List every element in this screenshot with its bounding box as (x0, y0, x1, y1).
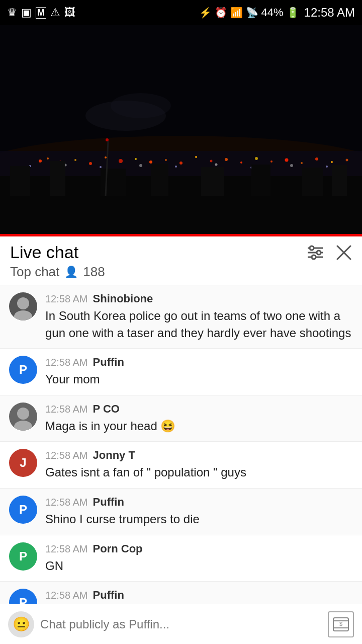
svg-point-33 (326, 166, 328, 168)
video-progress-bar[interactable] (0, 234, 362, 236)
battery-percent: 44% (261, 6, 284, 19)
video-player[interactable] (0, 25, 362, 236)
emoji-icon: 😐 (13, 616, 30, 632)
message-content-3: 12:58 AM P CO Maga is in your head 😆 (45, 403, 353, 435)
svg-point-48 (310, 246, 314, 250)
svg-point-46 (106, 138, 109, 141)
status-bar: ♛ ▣ M ⚠ 🖼 ⚡ ⏰ 📶 📡 44% 🔋 12:58 AM (0, 0, 362, 25)
avatar-5: P (9, 496, 37, 524)
message-time-7: 12:58 AM (45, 590, 88, 601)
message-author-6: Porn Cop (93, 542, 143, 555)
svg-point-9 (119, 159, 123, 163)
chat-message-6: P 12:58 AM Porn Cop GN (0, 535, 362, 582)
message-content-1: 12:58 AM Shinobione In South Korea polic… (45, 292, 353, 341)
svg-point-6 (74, 159, 76, 161)
svg-point-3 (39, 159, 42, 163)
message-content-5: 12:58 AM Puffin Shino I curse trumpers t… (45, 496, 353, 528)
live-chat-title: Live chat (10, 243, 78, 262)
status-left-icons: ♛ ▣ M ⚠ 🖼 (7, 6, 75, 19)
chat-message-5: P 12:58 AM Puffin Shino I curse trumpers… (0, 489, 362, 535)
svg-point-55 (17, 297, 29, 309)
crown-icon: ♛ (7, 6, 17, 19)
svg-point-58 (14, 421, 32, 431)
svg-point-50 (317, 251, 321, 255)
svg-point-17 (240, 162, 242, 164)
night-scene-svg (0, 25, 362, 236)
alarm-icon: ⏰ (215, 7, 227, 19)
svg-rect-38 (151, 164, 168, 196)
message-author-4: Jonny T (93, 449, 135, 462)
message-meta-2: 12:58 AM Puffin (45, 356, 353, 369)
message-author-5: Puffin (93, 496, 124, 509)
warning-icon: ⚠ (50, 6, 60, 19)
signal-icon: 📡 (246, 7, 258, 19)
message-text-4: Gates isnt a fan of " population " guys (45, 464, 353, 481)
filter-icon[interactable] (307, 245, 324, 260)
svg-point-4 (47, 157, 49, 159)
svg-point-22 (315, 157, 318, 160)
message-meta-3: 12:58 AM P CO (45, 403, 353, 416)
message-author-2: Puffin (93, 356, 124, 369)
svg-point-8 (105, 156, 107, 158)
svg-point-11 (149, 160, 152, 164)
chat-text-input[interactable] (40, 611, 322, 637)
viewer-count: 188 (83, 264, 105, 280)
svg-point-44 (111, 93, 171, 118)
svg-point-7 (89, 162, 92, 165)
svg-point-20 (285, 158, 289, 162)
message-text-3: Maga is in your head 😆 (45, 418, 353, 435)
svg-point-23 (331, 161, 333, 163)
status-right-icons: ⚡ ⏰ 📶 📡 44% 🔋 12:58 AM (199, 6, 355, 20)
top-chat-label: Top chat (10, 264, 59, 280)
svg-rect-37 (101, 169, 126, 196)
svg-rect-39 (201, 167, 224, 196)
header-action-icons (307, 245, 352, 261)
svg-point-24 (346, 159, 348, 162)
live-chat-header: Live chat Top chat (0, 236, 362, 285)
chat-message-1: 12:58 AM Shinobione In South Korea polic… (0, 285, 362, 349)
message-time-3: 12:58 AM (45, 404, 88, 415)
svg-point-15 (210, 160, 213, 163)
message-text-2: Your mom (45, 371, 353, 388)
avatar-1 (9, 292, 37, 320)
svg-point-29 (175, 166, 177, 168)
wifi-icon: 📶 (230, 7, 243, 19)
viewer-icon: 👤 (64, 266, 78, 279)
emoji-button[interactable]: 😐 (8, 611, 34, 637)
close-icon[interactable] (336, 245, 352, 261)
svg-point-12 (165, 159, 167, 161)
svg-rect-40 (251, 165, 270, 196)
svg-point-32 (290, 164, 293, 167)
chat-message-2: P 12:58 AM Puffin Your mom (0, 349, 362, 395)
message-content-2: 12:58 AM Puffin Your mom (45, 356, 353, 388)
svg-rect-41 (302, 168, 323, 196)
chat-input-area: 😐 $ (0, 604, 362, 644)
svg-point-21 (301, 162, 303, 164)
avatar-6: P (9, 542, 37, 571)
m-icon: M (36, 7, 46, 19)
svg-point-16 (225, 158, 228, 161)
message-content-4: 12:58 AM Jonny T Gates isnt a fan of " p… (45, 449, 353, 481)
avatar-3 (9, 403, 37, 431)
message-author-3: P CO (93, 403, 120, 416)
svg-rect-42 (332, 165, 347, 196)
svg-point-18 (255, 157, 258, 160)
live-chat-title-row: Live chat (10, 243, 352, 262)
superchat-button[interactable]: $ (328, 611, 354, 637)
message-content-6: 12:58 AM Porn Cop GN (45, 542, 353, 575)
svg-rect-35 (10, 166, 30, 196)
message-meta-1: 12:58 AM Shinobione (45, 292, 353, 305)
folder-icon: ▣ (21, 6, 32, 19)
svg-point-13 (179, 162, 183, 165)
message-time-1: 12:58 AM (45, 293, 88, 305)
svg-point-14 (195, 156, 197, 158)
chat-messages-list: 12:58 AM Shinobione In South Korea polic… (0, 285, 362, 628)
avatar-4: J (9, 449, 37, 477)
svg-rect-36 (50, 161, 65, 196)
message-meta-5: 12:58 AM Puffin (45, 496, 353, 509)
message-author-7: Puffin (93, 589, 124, 602)
svg-point-28 (139, 164, 142, 167)
message-time-4: 12:58 AM (45, 450, 88, 461)
video-content (0, 25, 362, 236)
battery-icon: 🔋 (287, 7, 299, 19)
